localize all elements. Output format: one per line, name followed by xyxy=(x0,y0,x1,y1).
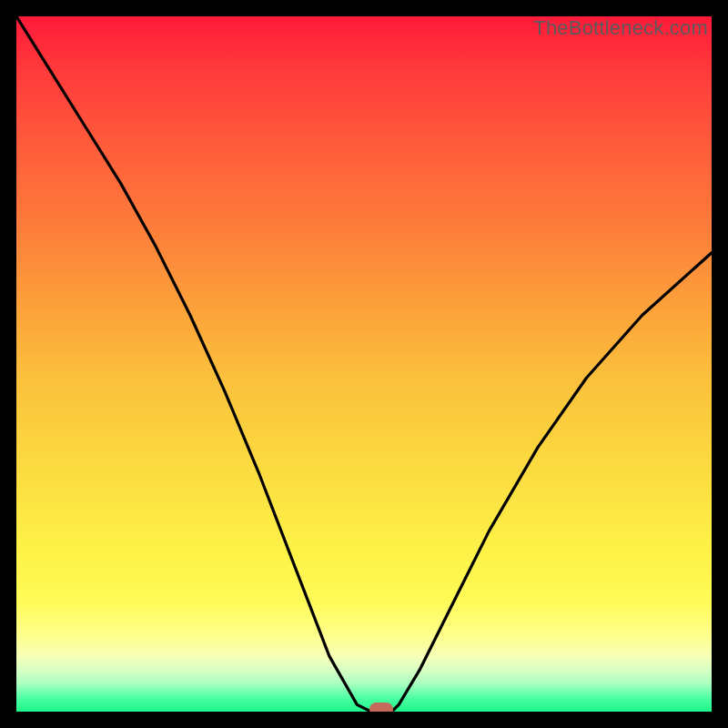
curve-path xyxy=(16,16,712,712)
plot-area: TheBottleneck.com xyxy=(16,16,712,712)
chart-frame: TheBottleneck.com xyxy=(0,0,728,728)
bottleneck-curve xyxy=(16,16,712,712)
optimum-marker xyxy=(369,703,393,712)
